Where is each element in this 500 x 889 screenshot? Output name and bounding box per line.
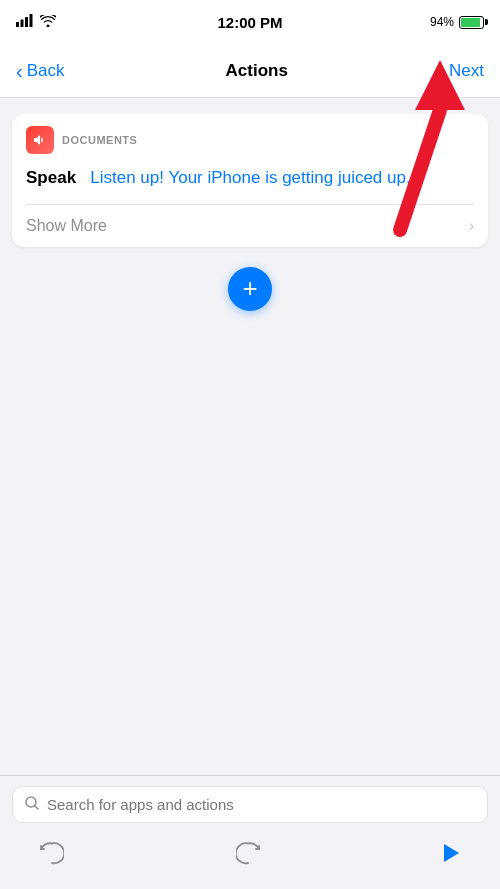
wifi-icon: [40, 13, 56, 31]
bottom-area: [0, 775, 500, 889]
documents-icon: [26, 126, 54, 154]
speak-text: Listen up! Your iPhone is getting juiced…: [90, 168, 410, 187]
show-more-chevron-icon: ›: [469, 217, 474, 235]
next-button[interactable]: Next: [449, 61, 484, 81]
show-more-label: Show More: [26, 217, 107, 235]
plus-icon: +: [242, 275, 257, 301]
svg-rect-3: [30, 14, 33, 27]
battery-icon: [459, 16, 484, 29]
svg-line-8: [35, 806, 38, 809]
card-body: Speak Listen up! Your iPhone is getting …: [12, 162, 488, 204]
bottom-toolbar: [12, 823, 488, 879]
undo-button[interactable]: [32, 835, 68, 871]
card-footer[interactable]: Show More ›: [12, 205, 488, 247]
card-header: DOCUMENTS: [12, 114, 488, 162]
cell-signal-icon: [16, 13, 34, 31]
card-category: DOCUMENTS: [62, 134, 137, 146]
main-content: DOCUMENTS Speak Listen up! Your iPhone i…: [0, 98, 500, 327]
search-bar[interactable]: [12, 786, 488, 823]
redo-button[interactable]: [232, 835, 268, 871]
add-action-button[interactable]: +: [228, 267, 272, 311]
status-bar: 12:00 PM 94%: [0, 0, 500, 44]
back-label: Back: [27, 61, 65, 81]
play-button[interactable]: [432, 835, 468, 871]
svg-rect-1: [21, 20, 24, 28]
action-card: DOCUMENTS Speak Listen up! Your iPhone i…: [12, 114, 488, 247]
nav-bar: ‹ Back Actions Next: [0, 44, 500, 98]
svg-rect-0: [16, 22, 19, 27]
status-left: [16, 13, 172, 31]
page-title: Actions: [226, 61, 288, 81]
speak-label: Speak: [26, 168, 76, 187]
svg-rect-2: [25, 17, 28, 27]
back-button[interactable]: ‹ Back: [16, 61, 64, 81]
search-icon: [25, 796, 39, 813]
back-arrow-icon: ‹: [16, 61, 23, 81]
battery-fill: [461, 18, 480, 27]
add-button-container: +: [12, 267, 488, 311]
status-right: 94%: [328, 15, 484, 29]
battery-percentage: 94%: [430, 15, 454, 29]
status-time: 12:00 PM: [172, 14, 328, 31]
search-input[interactable]: [47, 796, 475, 813]
svg-marker-9: [444, 844, 459, 862]
